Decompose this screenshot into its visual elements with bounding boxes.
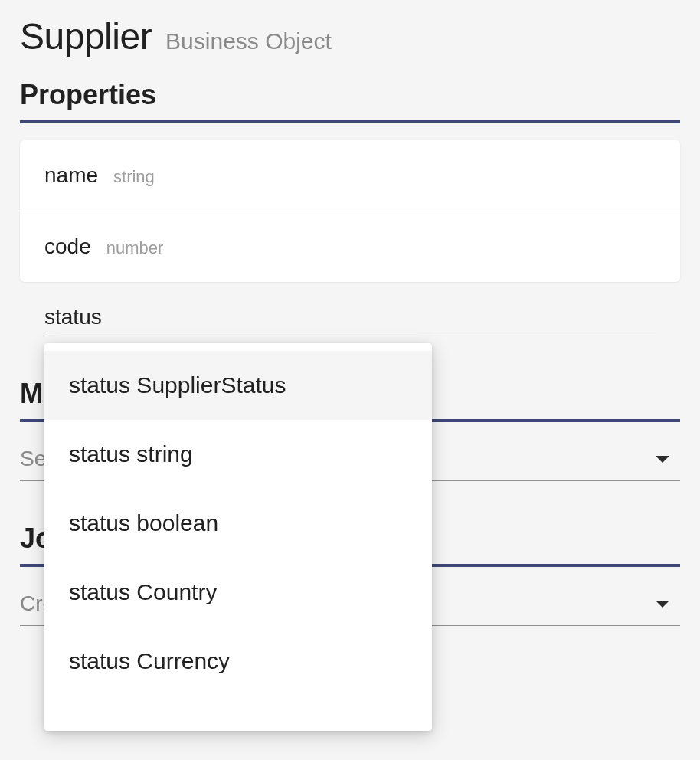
chevron-down-icon [656, 601, 669, 608]
page-header: Supplier Business Object [20, 15, 680, 57]
property-name: code [44, 234, 91, 259]
property-type: number [106, 238, 164, 258]
property-type: string [113, 167, 155, 187]
autocomplete-item[interactable]: status string [44, 420, 432, 489]
page-title: Supplier [20, 15, 152, 57]
new-property-input-wrapper [44, 305, 656, 336]
autocomplete-item[interactable]: status boolean [44, 489, 432, 558]
new-property-input[interactable] [44, 305, 656, 329]
properties-card: name string code number [20, 140, 680, 282]
autocomplete-item[interactable]: status SupplierStatus [44, 351, 432, 420]
autocomplete-item[interactable]: status Country [44, 558, 432, 627]
autocomplete-item[interactable]: status Currency [44, 627, 432, 696]
property-name: name [44, 163, 98, 188]
autocomplete-dropdown: status SupplierStatus status string stat… [44, 343, 432, 731]
properties-section-header: Properties [20, 79, 680, 123]
property-row[interactable]: name string [20, 140, 680, 211]
property-row[interactable]: code number [20, 211, 680, 282]
page-subtitle: Business Object [165, 28, 332, 54]
chevron-down-icon [656, 456, 669, 463]
select-placeholder: Se [20, 447, 46, 471]
